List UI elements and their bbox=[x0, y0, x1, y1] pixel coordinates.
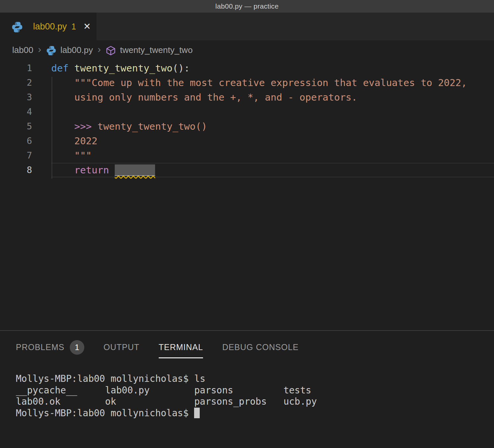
terminal-line: __pycache__ lab00.py parsons tests bbox=[16, 385, 494, 396]
terminal-line: Mollys-MBP:lab00 mollynicholas$ ls bbox=[16, 373, 494, 385]
python-icon bbox=[11, 21, 23, 33]
vscode-window: lab00.py — practice lab00.py 1 ✕ lab00 › bbox=[0, 0, 494, 448]
panel-tab-label: TERMINAL bbox=[159, 342, 203, 352]
terminal-cursor bbox=[194, 408, 200, 418]
code-line[interactable]: 1def twenty_twenty_two(): bbox=[0, 61, 494, 75]
code-line-text bbox=[51, 105, 494, 119]
code-token: """Come up with the most creative expres… bbox=[74, 77, 467, 88]
code-token bbox=[109, 164, 115, 176]
code-editor[interactable]: 1def twenty_twenty_two():2 """Come up wi… bbox=[0, 60, 494, 330]
code-line[interactable]: 3 using only numbers and the +, *, and -… bbox=[0, 90, 494, 105]
symbol-cube-icon bbox=[105, 45, 116, 56]
code-token: twenty_twenty_two() bbox=[92, 121, 207, 132]
code-line-text: >>> twenty_twenty_two() bbox=[51, 119, 494, 134]
bottom-panel: PROBLEMS 1 OUTPUT TERMINAL DEBUG CONSOLE… bbox=[0, 330, 494, 448]
code-token bbox=[51, 92, 74, 103]
tab-problems[interactable]: PROBLEMS 1 bbox=[16, 340, 84, 361]
line-number: 2 bbox=[0, 75, 32, 90]
code-token: (): bbox=[173, 63, 190, 74]
panel-tab-label: DEBUG CONSOLE bbox=[222, 342, 299, 352]
code-line[interactable]: 4 bbox=[0, 105, 494, 119]
code-line[interactable]: 5 >>> twenty_twenty_two() bbox=[0, 119, 494, 134]
tab-problem-count: 1 bbox=[71, 22, 76, 31]
code-line-text: def twenty_twenty_two(): bbox=[51, 61, 494, 75]
close-icon[interactable]: ✕ bbox=[83, 22, 91, 31]
panel-tab-label: OUTPUT bbox=[103, 342, 140, 352]
code-token bbox=[51, 77, 74, 88]
code-token: return bbox=[74, 164, 109, 176]
line-number: 6 bbox=[0, 134, 32, 148]
chevron-right-icon: › bbox=[38, 44, 41, 56]
code-line-text: using only numbers and the +, *, and - o… bbox=[51, 90, 494, 105]
titlebar: lab00.py — practice bbox=[0, 0, 494, 13]
chevron-right-icon: › bbox=[98, 44, 101, 56]
breadcrumb-file[interactable]: lab00.py bbox=[61, 45, 93, 55]
code-token: """ bbox=[74, 150, 92, 161]
terminal[interactable]: Mollys-MBP:lab00 mollynicholas$ ls__pyca… bbox=[0, 361, 494, 448]
breadcrumb: lab00 › lab00.py › twenty_twenty_two bbox=[0, 40, 494, 60]
line-number: 8 bbox=[0, 163, 32, 177]
indent-guide bbox=[52, 77, 52, 179]
breadcrumb-symbol[interactable]: twenty_twenty_two bbox=[120, 45, 193, 55]
code-line-text: return _______ bbox=[51, 163, 494, 177]
code-token bbox=[51, 150, 74, 161]
tab-debug-console[interactable]: DEBUG CONSOLE bbox=[222, 342, 299, 358]
code-line-text: """ bbox=[51, 148, 494, 163]
terminal-line: lab00.ok ok parsons_probs ucb.py bbox=[16, 396, 494, 408]
code-token bbox=[51, 121, 74, 132]
code-token bbox=[51, 135, 74, 147]
python-icon bbox=[46, 45, 57, 56]
line-number: 4 bbox=[0, 105, 32, 119]
code-line[interactable]: 6 2022 bbox=[0, 134, 494, 148]
line-number: 5 bbox=[0, 119, 32, 134]
tab-bar: lab00.py 1 ✕ bbox=[0, 13, 494, 40]
problems-count-badge: 1 bbox=[70, 340, 84, 355]
panel-tab-bar: PROBLEMS 1 OUTPUT TERMINAL DEBUG CONSOLE bbox=[0, 331, 494, 361]
code-token bbox=[51, 164, 74, 176]
code-line-text: 2022 bbox=[51, 134, 494, 148]
code-line[interactable]: 2 """Come up with the most creative expr… bbox=[0, 75, 494, 90]
breadcrumb-folder[interactable]: lab00 bbox=[12, 45, 33, 55]
line-number: 1 bbox=[0, 61, 32, 75]
panel-tab-label: PROBLEMS bbox=[16, 342, 64, 352]
tab-lab00py[interactable]: lab00.py 1 ✕ bbox=[0, 13, 97, 40]
tab-filename: lab00.py bbox=[33, 22, 67, 32]
tab-output[interactable]: OUTPUT bbox=[103, 342, 140, 358]
selected-blank: _______ bbox=[115, 164, 155, 176]
code-lines: 1def twenty_twenty_two():2 """Come up wi… bbox=[0, 61, 494, 177]
code-line-text: """Come up with the most creative expres… bbox=[51, 75, 494, 90]
terminal-line: Mollys-MBP:lab00 mollynicholas$ bbox=[16, 408, 494, 419]
code-line[interactable]: 7 """ bbox=[0, 148, 494, 163]
code-token: twenty_twenty_two bbox=[74, 63, 173, 74]
code-token: 2022 bbox=[74, 135, 98, 147]
code-token: >>> bbox=[74, 121, 92, 132]
line-number: 3 bbox=[0, 90, 32, 105]
code-line[interactable]: 8 return _______ bbox=[0, 163, 494, 177]
code-token: using only numbers and the +, *, and - o… bbox=[74, 92, 357, 103]
window-title: lab00.py — practice bbox=[215, 2, 278, 10]
code-token: def bbox=[51, 63, 74, 74]
line-number: 7 bbox=[0, 148, 32, 163]
tab-terminal[interactable]: TERMINAL bbox=[159, 342, 203, 358]
